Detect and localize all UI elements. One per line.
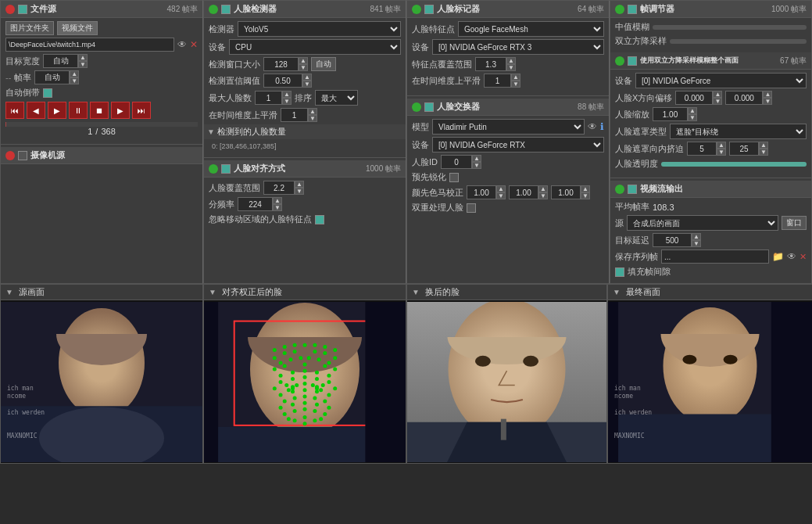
range-input[interactable] (475, 57, 506, 71)
face-marker-enable[interactable] (424, 5, 434, 14)
target-width-input[interactable] (43, 54, 78, 68)
file-path-input[interactable] (5, 38, 174, 52)
fps-down[interactable]: ▼ (70, 77, 79, 84)
y-offset-down[interactable]: ▼ (763, 98, 772, 105)
save-eye-icon[interactable]: 👁 (787, 251, 796, 262)
range-up[interactable]: ▲ (506, 57, 516, 64)
file-close-icon[interactable]: ✕ (190, 39, 198, 50)
blur-input[interactable] (729, 142, 759, 156)
max-faces-input[interactable] (255, 91, 282, 105)
color-g-down[interactable]: ▼ (538, 192, 548, 199)
target-width-down[interactable]: ▼ (78, 61, 88, 68)
fps-up[interactable]: ▲ (70, 70, 79, 77)
type-select[interactable]: 遮脸*目标绕 (670, 124, 807, 139)
target-width-up[interactable]: ▲ (78, 54, 88, 61)
face-align-power[interactable] (209, 164, 218, 174)
play-btn[interactable]: ▶ (48, 102, 66, 119)
swapper-device-select[interactable]: [0] NVIDIA GeForce RTX (432, 137, 604, 153)
double-check[interactable] (467, 203, 476, 213)
detected-section[interactable]: ▼ 检测到的人脸数量 (204, 124, 406, 139)
adj-device-select[interactable]: [0] NVIDIA GeForce (635, 73, 807, 88)
skip-end-btn[interactable]: ⏭ (132, 102, 151, 119)
stop-btn[interactable]: ⏹ (90, 102, 109, 119)
source-select[interactable]: 合成后的画面 (627, 215, 778, 231)
face-id-input[interactable] (441, 155, 472, 169)
frame-adjuster-enable[interactable] (628, 5, 637, 14)
fps-input[interactable] (34, 70, 70, 84)
y-offset-up[interactable]: ▲ (763, 91, 772, 98)
camera-enable[interactable] (18, 151, 27, 160)
threshold-input[interactable] (263, 74, 302, 88)
window-size-down[interactable]: ▼ (299, 64, 308, 71)
blur-down[interactable]: ▼ (759, 149, 768, 156)
smooth-up[interactable]: ▲ (308, 108, 317, 115)
median-slider[interactable] (653, 25, 807, 30)
color-g-up[interactable]: ▲ (538, 185, 548, 192)
sort-select[interactable]: 最大 (315, 90, 358, 106)
save-folder-icon[interactable]: 📁 (772, 251, 784, 262)
color-b-up[interactable]: ▲ (581, 185, 590, 192)
stream-power[interactable] (615, 185, 624, 194)
max-faces-up[interactable]: ▲ (282, 91, 292, 98)
face-id-up[interactable]: ▲ (472, 155, 481, 162)
face-marker-power[interactable] (412, 5, 421, 14)
auto-play-check[interactable] (43, 88, 52, 98)
frame-adjuster-power[interactable] (615, 5, 624, 14)
landmark-select[interactable]: Google FaceMesh (458, 21, 604, 37)
tab-videos[interactable]: 视频文件 (57, 21, 98, 35)
marker-device-select[interactable]: [0] NVIDIA GeForce RTX 3 (432, 39, 604, 55)
next-frame-btn[interactable]: ▶ (111, 102, 130, 119)
file-eye-icon[interactable]: 👁 (177, 39, 187, 50)
file-source-power[interactable] (5, 5, 15, 14)
save-close-icon[interactable]: ✕ (799, 252, 807, 262)
color-b-down[interactable]: ▼ (581, 192, 590, 199)
face-detector-enable[interactable] (221, 5, 231, 14)
delay-up[interactable]: ▲ (692, 233, 701, 240)
scale-up[interactable]: ▲ (688, 107, 697, 114)
window-size-input[interactable] (263, 57, 299, 71)
threshold-up[interactable]: ▲ (302, 74, 312, 81)
color-r-input[interactable] (467, 185, 496, 199)
x-offset-input[interactable] (675, 91, 713, 105)
marker-smooth-down[interactable]: ▼ (511, 81, 520, 88)
smooth-down[interactable]: ▼ (308, 115, 317, 122)
pause-btn[interactable]: ⏸ (69, 102, 88, 119)
model-select[interactable]: Vladimir Putin (432, 119, 585, 135)
range-down[interactable]: ▼ (506, 64, 516, 71)
marker-smooth-input[interactable] (484, 74, 511, 88)
auto-btn[interactable]: 自动 (311, 57, 336, 71)
bilinear-enable[interactable] (628, 56, 637, 66)
y-offset-input[interactable] (725, 91, 763, 105)
coverage-input[interactable] (263, 181, 295, 195)
save-input[interactable] (661, 249, 769, 264)
coverage-down[interactable]: ▼ (295, 188, 304, 195)
marker-smooth-up[interactable]: ▲ (511, 74, 520, 81)
bilinear-slider[interactable] (670, 39, 807, 44)
device-select[interactable]: CPU (229, 39, 401, 55)
erosion-up[interactable]: ▲ (717, 142, 726, 149)
scale-down[interactable]: ▼ (688, 114, 697, 121)
max-faces-down[interactable]: ▼ (282, 98, 292, 105)
bilinear-power[interactable] (615, 56, 624, 66)
model-eye-icon[interactable]: 👁 (588, 121, 597, 132)
model-info-icon[interactable]: ℹ (600, 121, 604, 132)
color-r-down[interactable]: ▼ (496, 192, 506, 199)
camera-power[interactable] (5, 151, 15, 160)
face-swapper-power[interactable] (412, 102, 421, 112)
blur-up[interactable]: ▲ (759, 142, 768, 149)
opacity-slider[interactable] (661, 162, 807, 167)
color-r-up[interactable]: ▲ (496, 185, 506, 192)
file-source-enable[interactable] (18, 5, 27, 14)
color-g-input[interactable] (509, 185, 538, 199)
pre-sharpen-check[interactable] (449, 173, 459, 182)
tab-images[interactable]: 图片文件夹 (5, 21, 54, 35)
face-detector-power[interactable] (209, 5, 218, 14)
color-b-input[interactable] (551, 185, 581, 199)
erosion-input[interactable] (687, 142, 717, 156)
delay-down[interactable]: ▼ (692, 240, 701, 247)
delay-input[interactable] (653, 233, 692, 247)
freq-up[interactable]: ▲ (273, 197, 282, 204)
freq-down[interactable]: ▼ (273, 204, 282, 211)
window-btn[interactable]: 窗口 (782, 216, 807, 230)
x-offset-down[interactable]: ▼ (713, 98, 722, 105)
